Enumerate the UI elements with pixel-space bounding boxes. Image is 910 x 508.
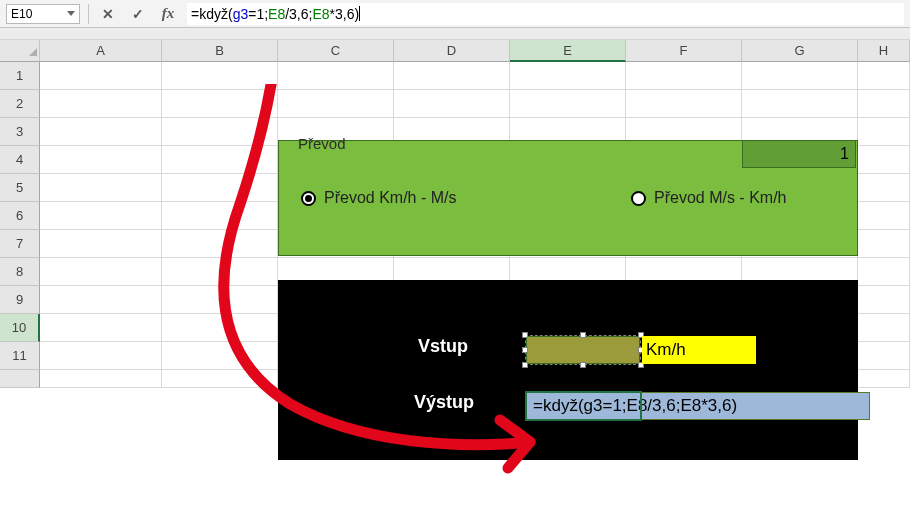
spreadsheet-grid: A B C D E F G H 1 2 3 4 5 6 7 8 9 10 11 <box>0 40 910 62</box>
row-header-5[interactable]: 5 <box>0 174 40 202</box>
output-label: Výstup <box>414 392 474 413</box>
triangle-icon <box>29 48 37 56</box>
ribbon-edge <box>0 28 910 40</box>
column-headers: A B C D E F G H <box>0 40 910 62</box>
name-box-value: E10 <box>11 7 32 21</box>
formula-text: =když( <box>191 6 233 22</box>
formula-input[interactable]: =když(g3=1;E8/3,6;E8*3,6) <box>187 3 904 25</box>
cell-value: Km/h <box>646 340 686 360</box>
radio-label: Převod Km/h - M/s <box>324 189 456 207</box>
col-header-A[interactable]: A <box>40 40 162 62</box>
radio-icon <box>301 191 316 206</box>
check-icon[interactable]: ✓ <box>127 3 149 25</box>
cell-G3-linked[interactable]: 1 <box>742 140 856 168</box>
col-header-C[interactable]: C <box>278 40 394 62</box>
selection-handles[interactable] <box>525 335 641 365</box>
row-headers: 1 2 3 4 5 6 7 8 9 10 11 <box>0 62 40 388</box>
fx-icon[interactable]: fx <box>157 3 179 25</box>
row-header-4[interactable]: 4 <box>0 146 40 174</box>
col-header-B[interactable]: B <box>162 40 278 62</box>
radio-label: Převod M/s - Km/h <box>654 189 786 207</box>
active-cell-border <box>525 391 642 421</box>
radio-icon <box>631 191 646 206</box>
cancel-icon[interactable]: ✕ <box>97 3 119 25</box>
col-header-E[interactable]: E <box>510 40 626 62</box>
chevron-down-icon[interactable] <box>67 11 75 16</box>
row-header-11[interactable]: 11 <box>0 342 40 370</box>
row-header-1[interactable]: 1 <box>0 62 40 90</box>
row-header-6[interactable]: 6 <box>0 202 40 230</box>
select-all-corner[interactable] <box>0 40 40 62</box>
col-header-F[interactable]: F <box>626 40 742 62</box>
row-header-9[interactable]: 9 <box>0 286 40 314</box>
cell-value: 1 <box>840 145 849 163</box>
row-header-3[interactable]: 3 <box>0 118 40 146</box>
col-header-G[interactable]: G <box>742 40 858 62</box>
row-header-12[interactable] <box>0 370 40 388</box>
col-header-H[interactable]: H <box>858 40 910 62</box>
radio-kmh-to-ms[interactable]: Převod Km/h - M/s <box>301 189 456 207</box>
formula-bar: E10 ✕ ✓ fx =když(g3=1;E8/3,6;E8*3,6) <box>0 0 910 28</box>
row-header-7[interactable]: 7 <box>0 230 40 258</box>
divider <box>88 4 89 24</box>
col-header-D[interactable]: D <box>394 40 510 62</box>
input-label: Vstup <box>418 336 468 357</box>
group-box-title: Převod <box>295 135 349 152</box>
name-box[interactable]: E10 <box>6 4 80 24</box>
row-header-8[interactable]: 8 <box>0 258 40 286</box>
radio-ms-to-kmh[interactable]: Převod M/s - Km/h <box>631 189 786 207</box>
text-cursor <box>359 6 360 21</box>
row-header-2[interactable]: 2 <box>0 90 40 118</box>
cell-F8-unit[interactable]: Km/h <box>642 336 756 364</box>
row-header-10[interactable]: 10 <box>0 314 40 342</box>
